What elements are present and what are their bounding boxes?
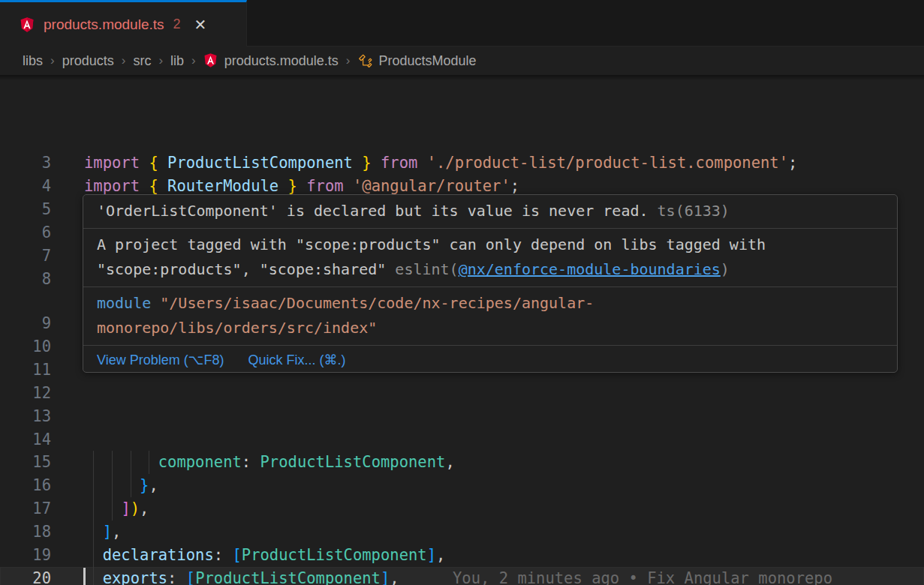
ts-message-text: 'OrderListComponent' is declared but its… xyxy=(97,202,649,220)
ts-error-code: ts(6133) xyxy=(649,202,730,220)
breadcrumb-label: src xyxy=(133,53,151,69)
token xyxy=(158,177,167,195)
breadcrumb-item-products[interactable]: products xyxy=(62,53,114,69)
token: , xyxy=(445,453,454,471)
vscode-window: products.module.ts 2 ✕ libs›products›src… xyxy=(0,0,924,585)
line-number: 17 xyxy=(0,497,51,520)
breadcrumb-label: products.module.ts xyxy=(224,53,339,69)
token: ] xyxy=(381,569,390,585)
breadcrumb-separator: › xyxy=(50,53,55,68)
tab-problems-badge: 2 xyxy=(173,16,181,32)
token: component xyxy=(158,453,242,471)
tab-products-module[interactable]: products.module.ts 2 ✕ xyxy=(0,0,247,46)
token: , xyxy=(112,523,121,541)
hover-ts-message: 'OrderListComponent' is declared but its… xyxy=(83,195,897,228)
quick-fix-link[interactable]: Quick Fix... (⌘.) xyxy=(248,352,345,368)
view-problem-link[interactable]: View Problem (⌥F8) xyxy=(97,352,224,368)
breadcrumb-item-products-module-ts[interactable]: products.module.ts xyxy=(203,53,339,69)
token: , xyxy=(390,569,399,585)
token xyxy=(251,453,260,471)
token: RouterModule xyxy=(167,177,278,195)
token: ProductListComponent xyxy=(260,453,446,471)
line-number: 7 xyxy=(0,244,51,268)
code-line-20[interactable]: 20 exports: [ProductListComponent],You, … xyxy=(0,567,924,585)
token: ; xyxy=(788,154,797,172)
breadcrumb-separator: › xyxy=(122,53,126,68)
line-number: 10 xyxy=(0,335,51,358)
breadcrumb-label: products xyxy=(62,53,114,69)
breadcrumb: libs›products›src›lib›products.module.ts… xyxy=(0,46,924,75)
error-hover-popup: 'OrderListComponent' is declared but its… xyxy=(83,194,898,373)
eslint-message-line2: "scope:products", "scope:shared" eslint(… xyxy=(97,257,883,282)
tab-close-icon[interactable]: ✕ xyxy=(194,17,207,32)
token: exports xyxy=(103,569,167,585)
hover-action-bar: View Problem (⌥F8) Quick Fix... (⌘.) xyxy=(83,345,897,373)
breadcrumb-item-libs[interactable]: libs xyxy=(23,53,43,69)
token: ProductListComponent xyxy=(195,569,381,585)
token xyxy=(417,154,426,172)
breadcrumb-separator: › xyxy=(346,53,351,68)
token: { xyxy=(149,177,158,195)
breadcrumb-item-lib[interactable]: lib xyxy=(170,53,184,69)
line-number: 16 xyxy=(0,474,51,497)
token: './product-list/product-list.component' xyxy=(427,154,788,172)
token: } xyxy=(362,154,371,172)
token xyxy=(344,177,353,195)
tab-bar: products.module.ts 2 ✕ xyxy=(0,0,924,46)
token xyxy=(140,154,149,172)
token xyxy=(372,154,381,172)
text-cursor xyxy=(83,568,86,585)
token xyxy=(84,453,158,471)
token: : xyxy=(214,546,223,564)
token: , xyxy=(149,476,158,494)
line-number: 4 xyxy=(0,175,51,198)
token: , xyxy=(436,546,445,564)
eslint-fn-open: eslint( xyxy=(395,260,458,278)
token xyxy=(297,177,306,195)
line-number: 14 xyxy=(0,428,51,452)
tab-title: products.module.ts xyxy=(44,16,164,33)
breadcrumb-label: lib xyxy=(170,53,184,69)
module-path-part1: "/Users/isaac/Documents/code/nx-recipes/… xyxy=(151,294,594,312)
code-line-14[interactable]: 14 xyxy=(0,428,924,452)
breadcrumb-separator: › xyxy=(158,53,163,68)
git-blame-annotation: You, 2 minutes ago • Fix Angular monorep… xyxy=(453,567,832,585)
eslint-message-line1: A project tagged with "scope:products" c… xyxy=(97,232,883,257)
token xyxy=(84,569,103,585)
code-line-16[interactable]: 16 }, xyxy=(0,474,924,497)
token: ) xyxy=(131,500,140,518)
token: ] xyxy=(427,546,436,564)
code-line-19[interactable]: 19 declarations: [ProductListComponent], xyxy=(0,544,924,567)
eslint-rule-link[interactable]: @nx/enforce-module-boundaries xyxy=(459,260,721,278)
token: [ xyxy=(232,546,241,564)
code-line-3[interactable]: 3import { ProductListComponent } from '.… xyxy=(0,152,924,175)
line-number: 19 xyxy=(0,544,51,567)
token: ProductListComponent xyxy=(167,154,353,172)
line-number: 18 xyxy=(0,520,51,544)
breadcrumb-label: libs xyxy=(23,53,43,69)
token xyxy=(84,546,103,564)
code-line-18[interactable]: 18 ], xyxy=(0,520,924,544)
eslint-fn-close: ) xyxy=(721,260,730,278)
token: ProductListComponent xyxy=(242,546,427,564)
breadcrumb-item-src[interactable]: src xyxy=(133,53,151,69)
code-text: exports: [ProductListComponent], xyxy=(84,567,399,585)
token: from xyxy=(306,177,343,195)
code-text: declarations: [ProductListComponent], xyxy=(84,544,445,567)
token xyxy=(84,523,103,541)
token xyxy=(84,476,140,494)
line-number: 8 xyxy=(0,268,51,291)
token: from xyxy=(381,154,417,172)
code-line-17[interactable]: 17 ]), xyxy=(0,497,924,520)
line-number: 9 xyxy=(0,312,51,335)
token xyxy=(158,154,167,172)
token: : xyxy=(167,569,176,585)
code-line-13[interactable]: 13 xyxy=(0,405,924,428)
code-line-12[interactable]: 12 xyxy=(0,382,924,405)
line-number: 6 xyxy=(0,221,51,244)
code-text: ], xyxy=(84,520,121,544)
breadcrumb-item-productsmodule[interactable]: ProductsModule xyxy=(358,53,477,69)
code-line-15[interactable]: 15 component: ProductListComponent, xyxy=(0,451,924,474)
code-text: }, xyxy=(84,474,158,497)
line-number: 13 xyxy=(0,405,51,428)
